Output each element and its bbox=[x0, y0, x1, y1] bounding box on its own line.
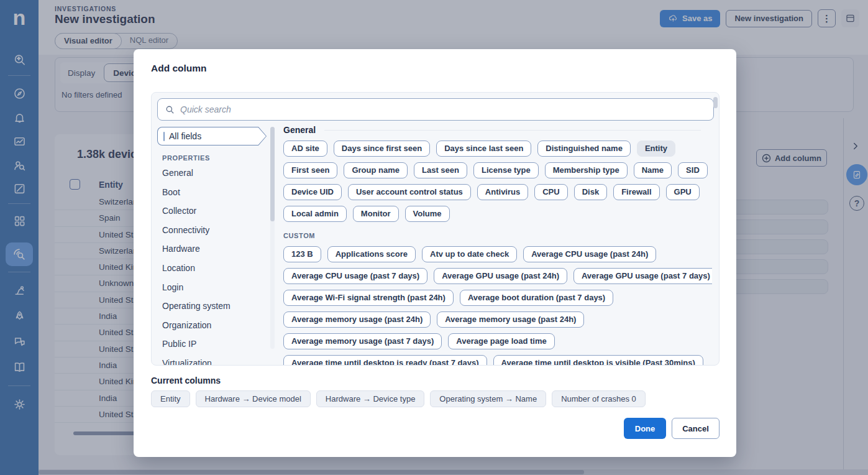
cancel-button[interactable]: Cancel bbox=[672, 418, 720, 439]
field-chip[interactable]: Average GPU usage (past 24h) bbox=[434, 268, 567, 284]
field-chip[interactable]: Disk bbox=[574, 184, 607, 200]
current-column-chip[interactable]: Entity bbox=[151, 390, 190, 407]
field-chip[interactable]: Applications score bbox=[327, 246, 416, 262]
current-columns-heading: Current columns bbox=[151, 376, 221, 385]
quick-search-box bbox=[157, 98, 714, 121]
search-icon bbox=[165, 105, 175, 114]
field-chip[interactable]: SID bbox=[678, 162, 708, 178]
scope-selector-all-fields[interactable]: All fields bbox=[157, 127, 267, 145]
field-chip[interactable]: Firewall bbox=[613, 184, 659, 200]
category-list: GeneralBootCollectorConnectivityHardware… bbox=[162, 164, 268, 366]
category-item[interactable]: Connectivity bbox=[162, 221, 268, 240]
modal-title: Add column bbox=[151, 63, 207, 74]
field-chip[interactable]: Average Wi-Fi signal strength (past 24h) bbox=[283, 290, 454, 306]
category-item[interactable]: Virtualization bbox=[162, 354, 268, 366]
field-chip[interactable]: Monitor bbox=[353, 206, 399, 222]
current-column-chip[interactable]: Operating system → Name bbox=[430, 390, 546, 407]
field-chip[interactable]: GPU bbox=[666, 184, 700, 200]
category-item[interactable]: Collector bbox=[162, 201, 268, 221]
field-chip[interactable]: Antivirus bbox=[477, 184, 528, 200]
category-item[interactable]: Organization bbox=[162, 316, 268, 335]
field-chip[interactable]: Device UID bbox=[283, 184, 342, 200]
current-column-chip[interactable]: Number of crashes 0 bbox=[552, 390, 646, 407]
field-picker-panel: All fields PROPERTIES GeneralBootCollect… bbox=[151, 92, 720, 366]
field-chip[interactable]: Name bbox=[634, 162, 672, 178]
field-chip[interactable]: User account control status bbox=[348, 184, 471, 200]
scope-label: All fields bbox=[169, 131, 201, 141]
field-chip[interactable]: Entity bbox=[637, 141, 675, 157]
field-chip[interactable]: Average memory usage (past 24h) bbox=[437, 311, 584, 328]
properties-heading: PROPERTIES bbox=[162, 154, 210, 162]
field-chip[interactable]: Last seen bbox=[414, 162, 467, 178]
field-chip[interactable]: Average time until desktop is visible (P… bbox=[493, 355, 703, 365]
current-column-chip[interactable]: Hardware → Device type bbox=[316, 390, 425, 407]
section-general-heading: General bbox=[283, 125, 316, 135]
field-chip[interactable]: Average time until desktop is ready (pas… bbox=[283, 355, 487, 365]
field-chip[interactable]: 123 B bbox=[283, 246, 321, 262]
category-scrollbar-thumb[interactable] bbox=[270, 127, 275, 221]
field-chip[interactable]: CPU bbox=[534, 184, 567, 200]
fields-area: General AD siteDays since first seenDays… bbox=[283, 124, 712, 365]
field-chip[interactable]: Average memory usage (past 7 days) bbox=[283, 333, 442, 349]
field-chip[interactable]: Atv up to date check bbox=[422, 246, 517, 262]
field-chip[interactable]: First seen bbox=[283, 162, 337, 178]
caret-bar bbox=[163, 132, 165, 141]
field-chip[interactable]: AD site bbox=[283, 141, 327, 157]
current-column-chip[interactable]: Hardware → Device model bbox=[196, 390, 311, 407]
category-item[interactable]: General bbox=[162, 164, 268, 183]
field-chip[interactable]: Average CPU usage (past 24h) bbox=[523, 246, 656, 262]
field-chip[interactable]: Average memory usage (past 24h) bbox=[283, 311, 431, 328]
category-item[interactable]: Public IP bbox=[162, 334, 268, 354]
field-chip[interactable]: Days since first seen bbox=[334, 141, 430, 157]
search-input[interactable] bbox=[180, 104, 706, 114]
field-chip[interactable]: Average boot duration (past 7 days) bbox=[460, 290, 613, 306]
field-chip[interactable]: Membership type bbox=[545, 162, 628, 178]
field-chip[interactable]: Distinguished name bbox=[537, 141, 631, 157]
field-chip[interactable]: Local admin bbox=[283, 206, 347, 222]
field-chip[interactable]: Volume bbox=[405, 206, 450, 222]
section-custom-heading: CUSTOM bbox=[283, 232, 712, 241]
category-item[interactable]: Boot bbox=[162, 183, 268, 202]
app-root: n bbox=[0, 0, 868, 475]
field-chip[interactable]: Average CPU usage (past 7 days) bbox=[283, 268, 427, 284]
done-button[interactable]: Done bbox=[624, 418, 666, 439]
field-chip[interactable]: License type bbox=[473, 162, 539, 178]
field-chip[interactable]: Average GPU usage (past 7 days) bbox=[573, 268, 712, 284]
fields-scrollbar-thumb[interactable] bbox=[713, 97, 718, 108]
field-chip[interactable]: Average page load time bbox=[448, 333, 554, 349]
section-divider bbox=[324, 130, 701, 131]
add-column-modal: Add column All fields PROPERTIES General… bbox=[134, 49, 736, 457]
field-chip[interactable]: Days since last seen bbox=[436, 141, 531, 157]
category-item[interactable]: Login bbox=[162, 278, 268, 297]
category-item[interactable]: Hardware bbox=[162, 239, 268, 259]
category-item[interactable]: Operating system bbox=[162, 297, 268, 316]
current-columns-list: EntityHardware → Device modelHardware → … bbox=[151, 390, 646, 407]
category-item[interactable]: Location bbox=[162, 259, 268, 278]
field-chip[interactable]: Group name bbox=[344, 162, 408, 178]
